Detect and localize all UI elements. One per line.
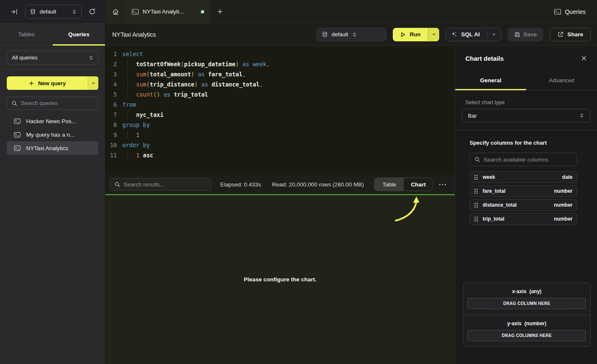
new-tab-button[interactable] — [210, 0, 230, 23]
collapse-sidebar-icon[interactable] — [11, 8, 18, 16]
sidebar-query-item[interactable]: My query has a n... — [7, 128, 98, 141]
refresh-icon[interactable] — [89, 8, 96, 15]
drag-handle-icon[interactable] — [474, 216, 478, 222]
chart-area: Please configure the chart. — [105, 194, 455, 364]
queries-button-label: Queries — [565, 8, 586, 15]
run-button-label: Run — [410, 31, 421, 38]
sidebar: Tables Queries All queries New query Hac… — [0, 24, 105, 364]
rows-read-stat: Read: 20,000,000 rows (260.00 MB) — [272, 181, 364, 188]
sidebar-search-input[interactable] — [21, 100, 94, 106]
chevron-down-icon[interactable] — [492, 32, 496, 37]
code-lines: 1select2 toStartOfWeek(pickup_datetime) … — [105, 49, 455, 160]
y-axis-dropzone[interactable]: DRAG COLUMNS HERE — [467, 330, 586, 341]
sql-ai-label: SQL AI — [461, 31, 480, 38]
sql-editor[interactable]: 1select2 toStartOfWeek(pickup_datetime) … — [105, 46, 455, 175]
code-line: 7 nyc_taxi — [105, 110, 455, 120]
save-button-label: Save — [524, 31, 537, 38]
queries-button[interactable]: Queries — [554, 0, 597, 23]
chart-view-button[interactable]: Chart — [404, 178, 433, 191]
column-type: number — [554, 188, 573, 194]
chevron-updown-icon — [352, 32, 357, 37]
drag-handle-icon[interactable] — [474, 189, 478, 194]
table-view-button[interactable]: Table — [375, 178, 404, 191]
query-icon — [14, 146, 21, 151]
chart-panel-title: Chart details — [465, 55, 504, 62]
columns-search-input[interactable] — [484, 156, 573, 163]
code-line: 2 toStartOfWeek(pickup_datetime) as week… — [105, 59, 455, 69]
tab-general[interactable]: General — [455, 71, 526, 90]
share-button[interactable]: Share — [550, 28, 591, 41]
axis-config: x-axis(any) DRAG COLUMN HERE y-axis(numb… — [463, 283, 591, 347]
y-axis-section: y-axis(number) DRAG COLUMNS HERE — [463, 315, 590, 346]
sidebar-tab-tables[interactable]: Tables — [0, 24, 53, 45]
new-query-label: New query — [38, 80, 66, 86]
columns-search[interactable] — [470, 153, 577, 166]
columns-section-label: Specify columns for the chart — [470, 140, 577, 146]
view-toggle: Table Chart — [374, 178, 433, 191]
code-line: 10order by — [105, 140, 455, 150]
code-line: 1select — [105, 49, 455, 59]
chart-type-select[interactable]: Bar — [462, 109, 590, 122]
column-row[interactable]: weekdate — [470, 171, 577, 183]
query-item-label: NYTaxi Analytics — [26, 145, 68, 151]
query-list: Hacker News Pos...My query has a n...NYT… — [7, 114, 98, 155]
share-icon — [557, 31, 564, 38]
x-axis-dropzone[interactable]: DRAG COLUMN HERE — [467, 298, 586, 309]
run-database-selector[interactable]: default — [316, 28, 386, 41]
save-button[interactable]: Save — [508, 28, 543, 41]
sidebar-query-item[interactable]: NYTaxi Analytics — [7, 141, 98, 155]
database-icon — [322, 31, 328, 38]
search-icon — [11, 100, 17, 106]
query-header: NYTaxi Analytics default Run — [105, 24, 597, 46]
plus-icon — [29, 81, 34, 86]
tab-strip: NYTaxi Analyti... Queries — [105, 0, 597, 23]
query-icon — [14, 132, 21, 138]
close-icon[interactable] — [581, 55, 587, 61]
sidebar-query-item[interactable]: Hacker News Pos... — [7, 114, 98, 128]
new-query-button[interactable]: New query — [7, 76, 98, 90]
column-type: date — [562, 174, 573, 180]
sidebar-divider — [0, 69, 105, 70]
tab-advanced[interactable]: Advanced — [526, 71, 597, 90]
query-filter-value: All queries — [12, 54, 85, 61]
chart-type-label: Select chart type — [465, 100, 587, 105]
home-icon — [112, 8, 119, 16]
chevron-updown-icon — [72, 9, 77, 14]
column-name: fare_total — [483, 188, 505, 194]
results-search[interactable] — [110, 178, 211, 191]
panel-divider — [455, 130, 597, 130]
more-options-button[interactable]: ··· — [439, 181, 447, 188]
query-icon — [132, 9, 139, 15]
sql-ai-button[interactable]: SQL AI — [446, 28, 501, 41]
database-selector[interactable]: default — [25, 5, 82, 19]
new-query-main[interactable]: New query — [7, 76, 88, 90]
query-filter-select[interactable]: All queries — [7, 51, 99, 65]
query-item-label: My query has a n... — [26, 132, 75, 138]
results-search-input[interactable] — [124, 181, 206, 188]
sidebar-search[interactable] — [7, 97, 98, 110]
chart-type-value: Bar — [468, 113, 477, 119]
drag-handle-icon[interactable] — [474, 175, 478, 180]
new-query-dropdown[interactable] — [88, 76, 98, 90]
chart-panel-header: Chart details — [455, 46, 597, 71]
code-line: 4 sum(trip_distance) as distance_total, — [105, 79, 455, 89]
run-button-main[interactable]: Run — [393, 28, 428, 41]
column-row[interactable]: trip_totalnumber — [470, 213, 577, 225]
run-options-dropdown[interactable] — [428, 28, 439, 41]
tab-nytaxi-analytics[interactable]: NYTaxi Analyti... — [126, 0, 210, 23]
share-button-label: Share — [567, 31, 583, 38]
column-type: number — [554, 216, 573, 222]
sparkles-icon — [451, 31, 457, 38]
drag-handle-icon[interactable] — [474, 202, 478, 208]
code-line: 3 sum(total_amount) as fare_total, — [105, 69, 455, 79]
run-button[interactable]: Run — [393, 28, 439, 41]
column-row[interactable]: distance_totalnumber — [470, 199, 577, 211]
column-row[interactable]: fare_totalnumber — [470, 185, 577, 197]
sidebar-tab-queries[interactable]: Queries — [53, 24, 105, 45]
query-icon — [554, 9, 561, 15]
home-tab[interactable] — [105, 0, 126, 23]
chart-panel-tabs: General Advanced — [455, 71, 597, 90]
column-type: number — [554, 202, 573, 208]
y-axis-label: y-axis(number) — [463, 315, 590, 326]
code-line: 6from — [105, 100, 455, 110]
